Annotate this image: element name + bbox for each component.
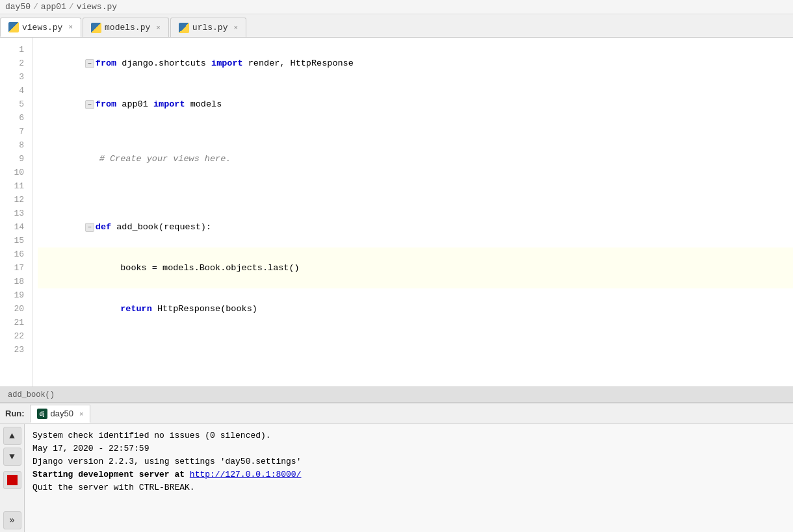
editor-area: 1 2 3 4 5 6 7 8 9 10 11 12 13 14 15 16 1… — [0, 38, 793, 402]
code-line-12 — [38, 357, 793, 370]
fold-7[interactable]: − — [85, 223, 94, 232]
line-num-3: 3 — [0, 70, 32, 84]
code-line-4: # Create your views here. — [38, 138, 793, 179]
status-bar: add_book() — [0, 386, 793, 402]
output-line-3: Django version 2.2.3, using settings 'da… — [32, 455, 785, 468]
line-num-4: 4 — [0, 84, 32, 97]
line-num-8: 8 — [0, 138, 32, 152]
fold-2[interactable]: − — [85, 100, 94, 109]
output-line-1: System check identified no issues (0 sil… — [32, 429, 785, 442]
code-line-7: −def add_book(request): — [38, 207, 793, 247]
line-num-7: 7 — [0, 125, 32, 138]
code-content[interactable]: −from django.shortcuts import render, Ht… — [32, 38, 793, 386]
code-8-normal: books = models.Book.objects.last() — [99, 263, 300, 273]
server-url-link[interactable]: http://127.0.0.1:8000/ — [190, 470, 302, 479]
line-num-6: 6 — [0, 111, 32, 125]
output-line-4: Starting development server at http://12… — [32, 468, 785, 481]
tab-views-py-close[interactable]: × — [68, 23, 73, 31]
run-label: Run: — [0, 409, 30, 418]
run-sidebar: ▲ ▼ » — [0, 424, 25, 532]
breadcrumb-sep-2: / — [69, 2, 74, 12]
stop-button[interactable] — [3, 471, 21, 489]
run-tab-day50[interactable]: dj day50 × — [30, 405, 91, 423]
tab-models-py-close[interactable]: × — [156, 24, 161, 32]
code-2-normal-2: models — [185, 99, 222, 109]
code-2-normal-1: app01 — [116, 99, 153, 109]
run-panel-body: ▲ ▼ » System check identified no issues … — [0, 424, 793, 532]
line-num-16: 16 — [0, 247, 32, 261]
code-4-comment: # Create your views here. — [99, 154, 231, 164]
fold-1[interactable]: − — [85, 59, 94, 68]
python-icon-models — [91, 23, 101, 33]
breadcrumb: day50 / app01 / views.py — [0, 0, 793, 14]
code-line-3 — [38, 125, 793, 138]
code-line-8: books = models.Book.objects.last() — [38, 247, 793, 288]
tab-urls-py-close[interactable]: × — [233, 24, 238, 32]
run-panel-header: Run: dj day50 × — [0, 403, 793, 424]
tab-urls-py-label: urls.py — [192, 23, 228, 32]
code-editor[interactable]: 1 2 3 4 5 6 7 8 9 10 11 12 13 14 15 16 1… — [0, 38, 793, 386]
output-line-5: Quit the server with CTRL-BREAK. — [32, 481, 785, 494]
line-num-18: 18 — [0, 275, 32, 288]
code-line-5 — [38, 179, 793, 193]
line-num-13: 13 — [0, 207, 32, 220]
tab-urls-py[interactable]: urls.py × — [170, 18, 246, 37]
kw-import-2: import — [153, 99, 185, 109]
breadcrumb-item-3[interactable]: views.py — [77, 2, 117, 12]
breadcrumb-item-2[interactable]: app01 — [41, 2, 66, 12]
code-line-11 — [38, 343, 793, 357]
code-line-6 — [38, 193, 793, 207]
code-1-normal-2: render, HttpResponse — [243, 58, 354, 68]
line-num-2: 2 — [0, 57, 32, 70]
run-tab-label: day50 — [51, 409, 73, 418]
breadcrumb-sep-1: / — [33, 2, 38, 12]
line-num-10: 10 — [0, 166, 32, 179]
tab-views-py[interactable]: views.py × — [0, 18, 81, 37]
line-num-23: 23 — [0, 343, 32, 357]
tab-models-py-label: models.py — [105, 23, 150, 32]
line-num-11: 11 — [0, 179, 32, 193]
run-output: System check identified no issues (0 sil… — [25, 424, 793, 532]
code-7-normal: add_book(request): — [111, 222, 211, 232]
run-tab-close[interactable]: × — [79, 410, 83, 418]
line-num-17: 17 — [0, 261, 32, 275]
kw-return-9: return — [120, 304, 152, 314]
code-line-9: return HttpResponse(books) — [38, 288, 793, 329]
kw-from-2: from — [96, 99, 116, 109]
run-panel: Run: dj day50 × ▲ ▼ » System check ident… — [0, 402, 793, 532]
kw-def-7: def — [96, 222, 111, 232]
stop-icon — [7, 475, 18, 485]
kw-from-1: from — [96, 58, 116, 68]
python-icon-views — [8, 22, 19, 32]
tab-models-py[interactable]: models.py × — [83, 18, 169, 37]
tab-bar: views.py × models.py × urls.py × — [0, 14, 793, 38]
expand-button[interactable]: » — [3, 511, 21, 529]
code-line-1: −from django.shortcuts import render, Ht… — [38, 43, 793, 84]
line-num-15: 15 — [0, 234, 32, 247]
output-line-2: May 17, 2020 - 22:57:59 — [32, 442, 785, 455]
tab-views-py-label: views.py — [22, 23, 62, 32]
line-num-22: 22 — [0, 329, 32, 343]
status-text: add_book() — [8, 390, 55, 399]
code-9-normal: HttpResponse(books) — [152, 304, 257, 314]
line-numbers: 1 2 3 4 5 6 7 8 9 10 11 12 13 14 15 16 1… — [0, 38, 32, 386]
line-num-1: 1 — [0, 43, 32, 57]
code-line-13 — [38, 370, 793, 384]
line-num-14: 14 — [0, 220, 32, 234]
code-line-10 — [38, 329, 793, 343]
python-icon-urls — [179, 23, 189, 33]
code-1-normal-1: django.shortcuts — [116, 58, 211, 68]
line-num-12: 12 — [0, 193, 32, 207]
scroll-up-button[interactable]: ▲ — [3, 427, 21, 445]
line-num-19: 19 — [0, 288, 32, 302]
kw-import-1: import — [211, 58, 243, 68]
line-num-9: 9 — [0, 152, 32, 166]
scroll-down-button[interactable]: ▼ — [3, 448, 21, 466]
breadcrumb-item-1[interactable]: day50 — [5, 2, 31, 12]
line-num-5: 5 — [0, 97, 32, 111]
line-num-21: 21 — [0, 316, 32, 329]
django-icon: dj — [37, 409, 47, 419]
code-9-indent — [99, 304, 120, 314]
line-num-20: 20 — [0, 302, 32, 316]
code-line-2: −from app01 import models — [38, 84, 793, 125]
